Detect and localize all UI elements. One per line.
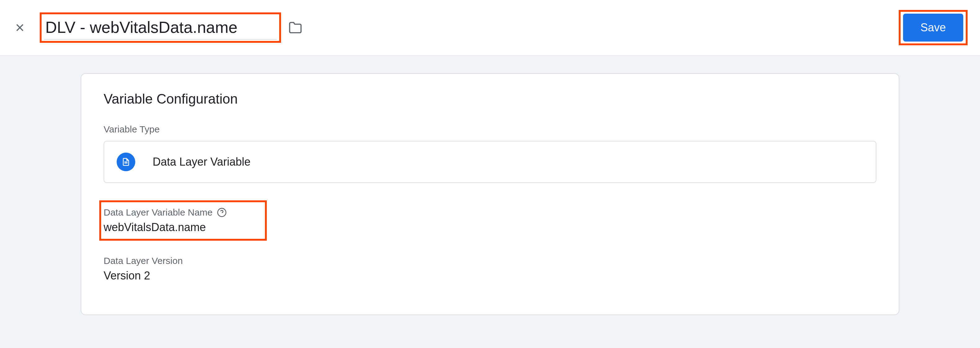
variable-name-input[interactable] <box>44 16 277 40</box>
variable-type-selector[interactable]: Data Layer Variable <box>103 141 877 183</box>
dlv-name-highlight-annotation: Data Layer Variable Name webVitalsData.n… <box>99 200 267 241</box>
folder-button[interactable] <box>288 21 302 35</box>
dlv-version-label: Data Layer Version <box>103 256 183 266</box>
variable-configuration-card: Variable Configuration Variable Type Dat… <box>81 73 899 315</box>
folder-icon <box>288 21 302 35</box>
dlv-version-value[interactable]: Version 2 <box>103 269 877 282</box>
title-highlight-annotation <box>40 13 281 43</box>
dlv-name-value[interactable]: webVitalsData.name <box>103 221 260 234</box>
dlv-name-label: Data Layer Variable Name <box>103 207 213 218</box>
body-area: Variable Configuration Variable Type Dat… <box>0 56 980 348</box>
save-highlight-annotation: Save <box>899 10 967 45</box>
save-button[interactable]: Save <box>903 14 963 41</box>
help-icon[interactable] <box>217 208 227 218</box>
editor-header: Save <box>0 0 980 56</box>
data-layer-variable-icon <box>117 153 135 171</box>
close-icon <box>14 21 26 34</box>
close-button[interactable] <box>13 20 27 35</box>
variable-type-name: Data Layer Variable <box>153 156 251 168</box>
variable-type-label: Variable Type <box>103 124 877 135</box>
dlv-version-field: Data Layer Version Version 2 <box>103 256 877 282</box>
card-title: Variable Configuration <box>103 91 877 107</box>
